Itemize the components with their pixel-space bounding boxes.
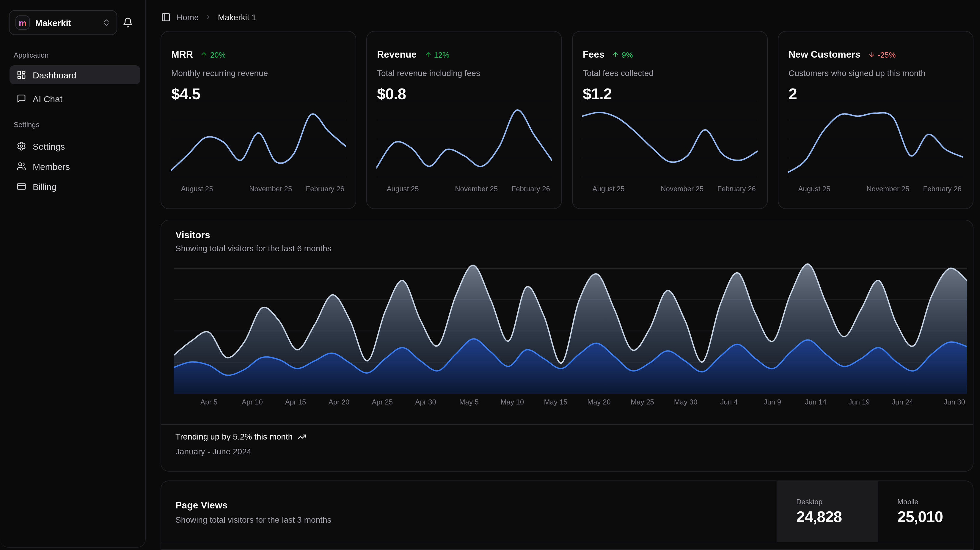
arrow-up-icon <box>612 51 619 58</box>
sparkline-x-axis: August 25 November 25 February 26 <box>582 185 757 194</box>
sidebar-item-label: AI Chat <box>33 94 62 104</box>
visitors-area-chart <box>173 262 967 396</box>
mobile-toggle-button[interactable]: Mobile 25,010 <box>878 481 974 542</box>
visitors-x-axis: Apr 5Apr 10Apr 15Apr 20Apr 25Apr 30May 5… <box>173 398 967 407</box>
x-tick-label: Apr 15 <box>285 398 306 406</box>
gear-icon <box>17 141 26 151</box>
x-tick-label: May 10 <box>501 398 524 406</box>
trending-up-icon <box>298 432 306 441</box>
sparkline-x-axis: August 25 November 25 February 26 <box>788 185 963 194</box>
sidebar-item-label: Dashboard <box>33 70 76 80</box>
bell-icon <box>123 17 133 28</box>
x-tick-label: Apr 30 <box>415 398 436 406</box>
arrow-up-icon <box>424 51 431 58</box>
x-tick-label: May 25 <box>631 398 654 406</box>
sidebar-item-label: Settings <box>33 141 65 151</box>
nav-section-settings: Settings <box>14 120 40 129</box>
message-square-icon <box>17 94 26 103</box>
nav-section-application: Application <box>14 51 48 59</box>
mobile-label: Mobile <box>897 498 955 506</box>
org-logo-letter: m <box>19 18 27 27</box>
stat-card-new-customers: New Customers -25% Customers who signed … <box>778 31 974 209</box>
org-select-button[interactable]: m Makerkit <box>9 10 117 35</box>
visitors-date-range: January - June 2024 <box>175 447 251 456</box>
page-views-card: Page Views Showing total visitors for th… <box>161 480 974 550</box>
visitors-card: Visitors Showing total visitors for the … <box>161 220 974 472</box>
stat-subtitle: Monthly recurring revenue <box>171 68 268 78</box>
x-tick-label: Apr 25 <box>372 398 393 406</box>
x-tick-label: May 20 <box>587 398 611 406</box>
screenshot-stage: m Makerkit Application Dashboard <box>0 0 980 550</box>
stat-change-badge: 12% <box>424 50 449 59</box>
x-tick-label: Jun 14 <box>805 398 826 406</box>
sidebar-item-label: Billing <box>33 181 56 192</box>
mobile-value: 25,010 <box>897 507 955 526</box>
stat-change-badge: -25% <box>868 50 896 59</box>
sparkline-chart <box>376 98 552 179</box>
chevron-right-icon <box>205 14 212 21</box>
visitors-title: Visitors <box>175 230 210 241</box>
x-tick-label: May 5 <box>460 398 479 406</box>
x-tick-label: Jun 30 <box>944 398 965 406</box>
sidebar-item-members[interactable]: Members <box>10 157 140 176</box>
app-root: m Makerkit Application Dashboard <box>0 0 980 550</box>
org-name: Makerkit <box>35 17 97 28</box>
sidebar-item-ai-chat[interactable]: AI Chat <box>10 89 140 108</box>
stat-change-badge: 20% <box>201 50 226 59</box>
chevrons-up-down-icon <box>102 18 111 27</box>
visitors-footer: Trending up by 5.2% this month January -… <box>161 424 973 471</box>
arrow-up-icon <box>201 51 208 58</box>
sidebar: m Makerkit Application Dashboard <box>0 0 146 548</box>
x-tick-label: May 15 <box>544 398 568 406</box>
org-logo: m <box>16 16 30 30</box>
breadcrumb-home-link[interactable]: Home <box>177 13 199 22</box>
x-tick-label: Apr 5 <box>200 398 217 406</box>
stat-card-fees: Fees 9% Total fees collected $1.2 August… <box>572 31 768 209</box>
stat-subtitle: Customers who signed up this month <box>789 68 926 78</box>
desktop-label: Desktop <box>796 498 859 506</box>
sidebar-item-settings[interactable]: Settings <box>10 136 140 155</box>
stat-title: MRR <box>171 49 193 60</box>
stat-title: New Customers <box>789 49 861 60</box>
sidebar-item-dashboard[interactable]: Dashboard <box>10 65 140 84</box>
x-tick-label: Jun 19 <box>848 398 870 406</box>
x-tick-label: Jun 24 <box>892 398 913 406</box>
stat-card-mrr: MRR 20% Monthly recurring revenue $4.5 A… <box>161 31 356 209</box>
sparkline-chart <box>582 98 757 179</box>
sparkline-x-axis: August 25 November 25 February 26 <box>171 185 346 194</box>
stat-change-badge: 9% <box>612 50 633 59</box>
stat-card-revenue: Revenue 12% Total revenue including fees… <box>366 31 562 209</box>
x-tick-label: May 30 <box>674 398 698 406</box>
visitors-subtitle: Showing total visitors for the last 6 mo… <box>175 244 331 253</box>
layout-dashboard-icon <box>17 70 26 79</box>
stat-title: Fees <box>583 49 605 60</box>
sidebar-item-label: Members <box>33 161 70 171</box>
stats-row: MRR 20% Monthly recurring revenue $4.5 A… <box>161 31 974 209</box>
notifications-button[interactable] <box>123 17 133 28</box>
credit-card-icon <box>17 182 26 191</box>
desktop-toggle-button[interactable]: Desktop 24,828 <box>776 481 878 542</box>
page-views-title: Page Views <box>175 500 228 511</box>
stat-subtitle: Total revenue including fees <box>377 68 480 78</box>
sparkline-chart <box>171 98 346 179</box>
desktop-value: 24,828 <box>796 507 859 526</box>
page-views-header: Page Views Showing total visitors for th… <box>161 481 973 542</box>
x-tick-label: Jun 4 <box>720 398 738 406</box>
x-tick-label: Apr 20 <box>329 398 350 406</box>
sidebar-toggle-button[interactable] <box>161 13 171 22</box>
breadcrumb-current: Makerkit 1 <box>218 13 256 22</box>
stat-title: Revenue <box>377 49 417 60</box>
sparkline-x-axis: August 25 November 25 February 26 <box>376 185 552 194</box>
x-tick-label: Apr 10 <box>242 398 263 406</box>
panel-left-icon <box>161 13 171 22</box>
users-icon <box>17 162 26 171</box>
x-tick-label: Jun 9 <box>764 398 781 406</box>
stat-subtitle: Total fees collected <box>583 68 654 78</box>
visitors-trend: Trending up by 5.2% this month <box>175 432 306 441</box>
sidebar-item-billing[interactable]: Billing <box>10 177 140 196</box>
arrow-down-icon <box>868 51 875 58</box>
page-views-subtitle: Showing total visitors for the last 3 mo… <box>175 515 331 525</box>
breadcrumb: Home Makerkit 1 <box>161 11 256 24</box>
main-content: Home Makerkit 1 MRR 20% Monthly recurrin… <box>146 0 980 550</box>
org-row: m Makerkit <box>9 10 137 35</box>
